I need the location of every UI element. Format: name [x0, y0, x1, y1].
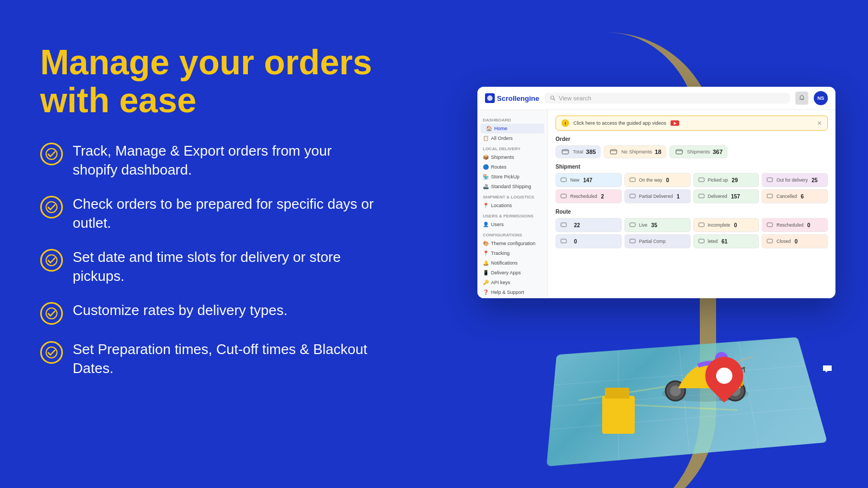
sidebar-item-help-&-support[interactable]: ❓Help & Support [477, 287, 547, 297]
ship-card[interactable]: Picked up 29 [693, 173, 760, 187]
info-bar: i Click here to access the guided app vi… [556, 115, 828, 131]
sidebar-item-all-orders[interactable]: 📋All Orders [477, 133, 547, 143]
logo-icon [485, 93, 495, 103]
checkmark-icon [40, 196, 63, 219]
left-panel: Manage your orders with ease Track, Mana… [40, 43, 376, 378]
route-section: Route 22 Live 35 Incomplete 0 [556, 209, 828, 248]
main-content: i Click here to access the guided app vi… [548, 110, 835, 298]
bell-icon[interactable] [795, 92, 808, 105]
svg-rect-16 [630, 178, 635, 182]
ship-card[interactable]: On the way 0 [624, 173, 691, 187]
sidebar-item-standard-shipping[interactable]: 🚢Standard Shipping [477, 182, 547, 191]
shipment-row1: New 147 On the way 0 Picked up 29 Out fo… [556, 173, 828, 187]
ship-label: Out for delivery [776, 177, 808, 183]
ship-value: 0 [666, 177, 669, 183]
svg-rect-20 [630, 194, 635, 198]
ship-icon [559, 237, 568, 246]
page-title: Manage your orders with ease [40, 43, 376, 120]
checkmark-icon [40, 341, 63, 364]
ship-card[interactable]: Incomplete 0 [693, 218, 760, 232]
sidebar-item-store-pickup[interactable]: 🏪Store PickUp [477, 172, 547, 182]
svg-rect-19 [561, 194, 566, 198]
sidebar-item-notifications[interactable]: 🔔Notifications [477, 258, 547, 268]
sidebar-item-locations[interactable]: 📍Locations [477, 201, 547, 210]
svg-rect-9 [562, 150, 569, 154]
checkmark-icon [40, 302, 63, 325]
sidebar-item-label: Notifications [491, 260, 518, 266]
order-stats-row: Total 385 No Shipments 18 Shipments 367 [556, 145, 828, 158]
ship-value: 6 [801, 194, 804, 200]
sidebar-item-app-guide[interactable]: 📖App guide [477, 297, 547, 298]
ship-value: 157 [731, 194, 740, 200]
ship-card[interactable]: Rescheduled 2 [556, 189, 622, 203]
sidebar-icon: 📍 [483, 203, 488, 208]
ship-card[interactable]: Closed 0 [762, 234, 828, 248]
ship-icon [559, 176, 568, 184]
sidebar-item-label: API keys [491, 280, 510, 285]
sidebar-item-theme-configuration[interactable]: 🎨Theme configuration [477, 239, 547, 248]
pin-inner [716, 368, 732, 384]
feature-text: Customize rates by delivery types. [73, 301, 288, 320]
ship-card[interactable]: leted 61 [693, 234, 760, 248]
sidebar-icon: ❓ [483, 290, 488, 295]
sidebar-icon: 🏪 [483, 174, 488, 179]
sidebar-item-delivery-apps[interactable]: 📱Delivery Apps [477, 268, 547, 278]
sidebar-item-api-keys[interactable]: 🔑API keys [477, 278, 547, 287]
ship-card[interactable]: Live 35 [624, 218, 691, 232]
svg-rect-18 [767, 178, 773, 182]
order-stat-card[interactable]: Shipments 367 [669, 145, 727, 158]
sidebar-icon: 🏠 [486, 126, 492, 131]
ship-card[interactable]: Partial Delivered 1 [624, 189, 691, 203]
sidebar-item-label: Tracking [491, 251, 509, 256]
location-pin [705, 357, 743, 401]
search-bar[interactable]: View search [545, 93, 790, 104]
info-bar-close[interactable]: ✕ [817, 120, 822, 127]
feature-item: Customize rates by delivery types. [40, 301, 376, 325]
ship-card[interactable]: Partial Comp [624, 234, 691, 248]
sidebar-item-users[interactable]: 👤Users [477, 220, 547, 229]
sidebar-icon: 📱 [483, 270, 488, 275]
sidebar-icon: 📦 [483, 155, 488, 160]
ship-card[interactable]: New 147 [556, 173, 622, 187]
ship-value: 35 [651, 222, 657, 228]
ship-card[interactable]: Cancelled 6 [762, 189, 828, 203]
ship-card[interactable]: Rescheduled 0 [762, 218, 828, 232]
info-icon: i [561, 119, 569, 127]
ship-label: Closed [776, 239, 790, 244]
user-badge[interactable]: NS [814, 91, 828, 105]
ship-card[interactable]: Delivered 157 [693, 189, 760, 203]
stat-icon [560, 148, 570, 156]
sidebar-section-label: Local Delivery [477, 143, 547, 152]
ship-label: leted [708, 239, 718, 244]
sidebar-item-label: All Orders [491, 136, 513, 141]
svg-rect-28 [630, 239, 635, 243]
ship-value: 0 [807, 222, 810, 228]
ship-value: 61 [722, 239, 727, 245]
svg-rect-29 [699, 239, 704, 243]
sidebar-item-label: Users [491, 222, 504, 227]
sidebar-item-routes[interactable]: 🔵Routes [477, 162, 547, 172]
ship-icon [765, 176, 774, 184]
sidebar-icon: 🚢 [483, 184, 488, 189]
sidebar-item-label: Help & Support [491, 290, 524, 295]
sidebar-item-tracking[interactable]: 📍Tracking [477, 248, 547, 258]
stat-icon [609, 148, 618, 156]
ship-value: 0 [734, 222, 737, 228]
svg-rect-15 [561, 178, 566, 182]
sidebar-icon: 📋 [483, 136, 488, 141]
ship-card[interactable]: Out for delivery 25 [762, 173, 828, 187]
svg-rect-30 [767, 239, 773, 243]
sidebar-item-label: Store PickUp [491, 174, 520, 179]
sidebar-item-home[interactable]: 🏠Home [481, 124, 544, 133]
chat-bubble[interactable] [816, 358, 838, 380]
sidebar-item-shipments[interactable]: 📦Shipments [477, 152, 547, 162]
ship-card[interactable]: 22 [556, 218, 622, 232]
order-stat-card[interactable]: Total 385 [556, 145, 601, 158]
order-stat-card[interactable]: No Shipments 18 [604, 145, 666, 158]
checkmark-icon [40, 143, 63, 165]
ship-label: On the way [639, 177, 662, 183]
ship-value: 147 [583, 177, 592, 183]
ship-card[interactable]: 0 [556, 234, 622, 248]
shipment-row2: Rescheduled 2 Partial Delivered 1 Delive… [556, 189, 828, 203]
ship-icon [697, 237, 706, 246]
